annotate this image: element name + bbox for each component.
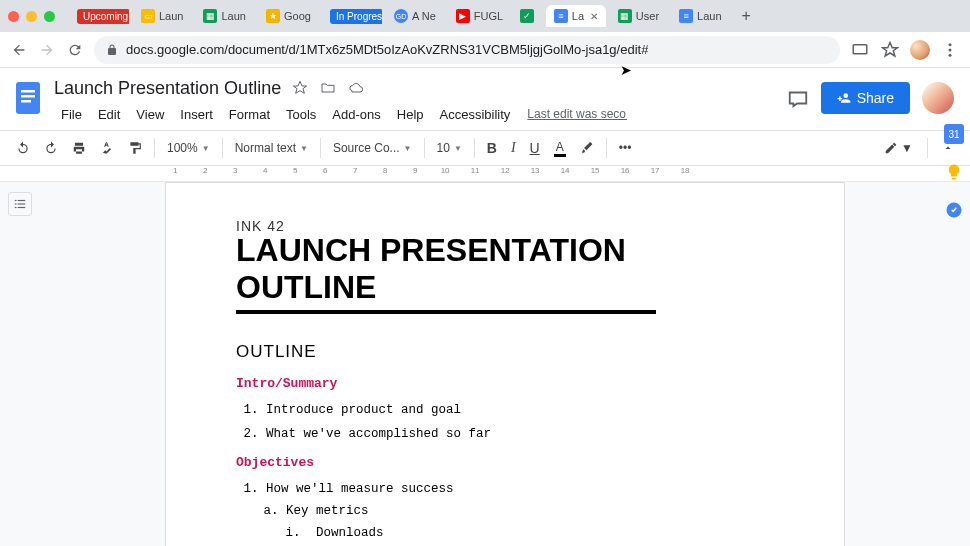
zoom-select[interactable]: 100%▼ [161, 137, 216, 159]
tab-close-icon[interactable]: ✕ [590, 11, 598, 22]
more-button[interactable]: ••• [613, 137, 638, 159]
outline-toggle-button[interactable] [8, 192, 32, 216]
svg-rect-13 [18, 207, 26, 208]
cloud-status-icon[interactable] [347, 79, 365, 97]
document-title[interactable]: Launch Presentation Outline [54, 78, 281, 99]
menu-format[interactable]: Format [222, 105, 277, 124]
reload-button[interactable] [66, 41, 84, 59]
horizontal-ruler[interactable]: 123456789101112131415161718 [0, 166, 970, 182]
browser-tab-user[interactable]: ▦User [610, 5, 667, 27]
share-button[interactable]: Share [821, 82, 910, 114]
window-zoom-button[interactable] [44, 11, 55, 22]
new-tab-button[interactable]: + [734, 7, 759, 25]
objectives-list: How we'll measure success [266, 478, 774, 502]
browser-tab-sheets[interactable]: ▦Laun [195, 5, 253, 27]
calendar-addon-icon[interactable]: 31 [944, 124, 964, 144]
metrics-list: Downloads Active users after first month… [308, 523, 774, 547]
document-canvas: INK 42 LAUNCH PRESENTATION OUTLINE OUTLI… [0, 182, 970, 546]
italic-button[interactable]: I [505, 136, 522, 160]
svg-rect-12 [15, 207, 17, 208]
window-controls [8, 11, 55, 22]
bookmark-star-icon[interactable] [880, 40, 900, 60]
font-size-select[interactable]: 10▼ [431, 137, 468, 159]
browser-tab-active-doc[interactable]: ≡La✕ [546, 5, 606, 27]
svg-rect-0 [853, 44, 867, 53]
list-item: How we'll measure success [266, 478, 774, 502]
list-item: Introduce product and goal [266, 399, 774, 423]
paragraph-style-select[interactable]: Normal text▼ [229, 137, 314, 159]
svg-point-3 [949, 53, 952, 56]
browser-tab-inprogress[interactable]: In Progress [322, 5, 382, 28]
browser-tab-upcoming[interactable]: Upcoming [69, 5, 129, 28]
browser-toolbar: docs.google.com/document/d/1MTx6z5MDt5oI… [0, 32, 970, 68]
paint-format-button[interactable] [122, 137, 148, 159]
browser-tab-laun2[interactable]: ≡Laun [671, 5, 729, 27]
svg-rect-7 [21, 100, 31, 103]
star-document-icon[interactable] [291, 79, 309, 97]
intro-list: Introduce product and goal What we've ac… [266, 399, 774, 447]
menu-view[interactable]: View [129, 105, 171, 124]
menu-insert[interactable]: Insert [173, 105, 220, 124]
forward-button[interactable] [38, 41, 56, 59]
browser-tab-slides[interactable]: ▭Laun [133, 5, 191, 27]
window-minimize-button[interactable] [26, 11, 37, 22]
document-page[interactable]: INK 42 LAUNCH PRESENTATION OUTLINE OUTLI… [165, 182, 845, 546]
svg-rect-8 [15, 200, 17, 201]
menu-bar: File Edit View Insert Format Tools Add-o… [54, 102, 787, 126]
menu-file[interactable]: File [54, 105, 89, 124]
redo-button[interactable] [38, 137, 64, 159]
comments-button[interactable] [787, 87, 809, 109]
outline-heading: OUTLINE [236, 342, 774, 362]
menu-edit[interactable]: Edit [91, 105, 127, 124]
keep-addon-icon[interactable] [944, 162, 964, 182]
url-text: docs.google.com/document/d/1MTx6z5MDt5oI… [126, 42, 648, 57]
svg-rect-11 [18, 203, 26, 204]
person-add-icon [837, 91, 851, 105]
browser-tab-google[interactable]: ★Goog [258, 5, 318, 27]
last-edit-link[interactable]: Last edit was seco… [527, 107, 627, 121]
svg-point-2 [949, 48, 952, 51]
menu-help[interactable]: Help [390, 105, 431, 124]
svg-rect-9 [18, 200, 26, 201]
section-heading-intro: Intro/Summary [236, 376, 774, 391]
print-button[interactable] [66, 137, 92, 159]
spellcheck-button[interactable] [94, 137, 120, 159]
font-family-select[interactable]: Source Co...▼ [327, 137, 418, 159]
title-divider [236, 310, 656, 314]
browser-tab-youtube[interactable]: ▶FUGL [448, 5, 508, 27]
section-heading-objectives: Objectives [236, 455, 774, 470]
svg-rect-6 [21, 95, 35, 98]
doc-main-title: LAUNCH PRESENTATION OUTLINE [236, 232, 774, 306]
menu-tools[interactable]: Tools [279, 105, 323, 124]
chrome-menu-button[interactable] [940, 40, 960, 60]
browser-tab-check[interactable]: ✓ [512, 5, 542, 27]
window-close-button[interactable] [8, 11, 19, 22]
undo-button[interactable] [10, 137, 36, 159]
account-avatar[interactable] [922, 82, 954, 114]
formatting-toolbar: 100%▼ Normal text▼ Source Co...▼ 10▼ B I… [0, 130, 970, 166]
move-document-icon[interactable] [319, 79, 337, 97]
list-item: What we've accomplished so far [266, 423, 774, 447]
bold-button[interactable]: B [481, 136, 503, 160]
editing-mode-button[interactable]: ▼ [878, 137, 919, 159]
underline-button[interactable]: U [524, 136, 546, 160]
list-item: Key metrics [286, 501, 774, 522]
tasks-addon-icon[interactable] [944, 200, 964, 220]
browser-tab-ane[interactable]: GDA Ne [386, 5, 444, 27]
svg-rect-4 [16, 82, 40, 114]
text-color-button[interactable]: A [548, 136, 572, 161]
svg-point-1 [949, 43, 952, 46]
docs-logo[interactable] [10, 80, 46, 116]
svg-rect-10 [15, 203, 17, 204]
profile-avatar[interactable] [910, 40, 930, 60]
objectives-sublist: Key metrics [286, 501, 774, 522]
highlight-button[interactable] [574, 137, 600, 159]
menu-accessibility[interactable]: Accessibility [433, 105, 518, 124]
menu-addons[interactable]: Add-ons [325, 105, 387, 124]
browser-tab-strip: Upcoming ▭Laun ▦Laun ★Goog In Progress G… [0, 0, 970, 32]
present-icon[interactable] [850, 40, 870, 60]
address-bar[interactable]: docs.google.com/document/d/1MTx6z5MDt5oI… [94, 36, 840, 64]
back-button[interactable] [10, 41, 28, 59]
list-item: Downloads [308, 523, 774, 544]
lock-icon [106, 44, 118, 56]
